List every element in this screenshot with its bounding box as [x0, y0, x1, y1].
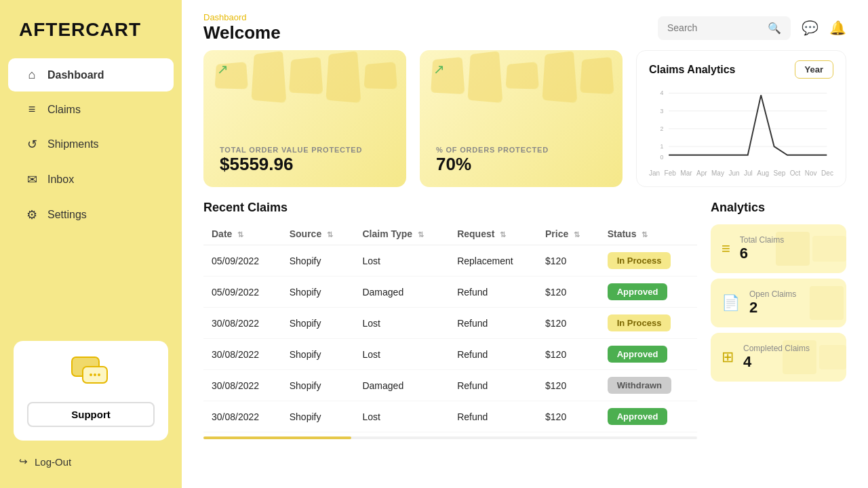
total-claims-value: 6	[740, 245, 784, 262]
analytics-title: Claims Analytics	[649, 64, 735, 76]
trend-up-icon: ↗	[217, 61, 229, 77]
table-row[interactable]: 30/08/2022 Shopify Lost Refund $120 In P…	[203, 308, 697, 339]
stat-label: % OF ORDERS PROTECTED	[436, 146, 606, 154]
box-shape	[289, 57, 323, 94]
chart-area: 4 3 2 1 0	[649, 85, 833, 167]
cell-request: Refund	[449, 401, 537, 432]
col-request: Request ⇅	[449, 223, 537, 245]
search-input[interactable]	[667, 22, 762, 33]
cell-claim-type: Damaged	[354, 370, 449, 401]
header-left: Dashbaord Welcome	[203, 12, 281, 43]
total-claims-info: Total Claims 6	[740, 235, 784, 262]
table-row[interactable]: 30/08/2022 Shopify Lost Refund $120 Appr…	[203, 339, 697, 370]
svg-point-2	[90, 373, 92, 376]
cell-claim-type: Lost	[354, 401, 449, 432]
stat-value: $5559.96	[220, 154, 390, 175]
claims-icon: ≡	[24, 102, 39, 117]
col-claim-type: Claim Type ⇅	[354, 223, 449, 245]
stat-label: TOTAL ORDER VALUE PROTECTED	[220, 146, 390, 154]
completed-claims-card: ⊞ Completed Claims 4	[711, 333, 846, 382]
breadcrumb: Dashbaord	[203, 12, 281, 22]
main-content: Dashbaord Welcome 🔍 💬 🔔	[182, 0, 868, 488]
logout-button[interactable]: ↪ Log-Out	[0, 447, 182, 476]
claims-section: Recent Claims Date ⇅ Source ⇅ Claim Type…	[203, 201, 697, 477]
search-box[interactable]: 🔍	[658, 16, 791, 40]
table-row[interactable]: 05/09/2022 Shopify Lost Replacement $120…	[203, 245, 697, 277]
year-filter-button[interactable]: Year	[795, 60, 833, 79]
claims-table-body: 05/09/2022 Shopify Lost Replacement $120…	[203, 245, 697, 432]
table-row[interactable]: 05/09/2022 Shopify Damaged Refund $120 A…	[203, 277, 697, 308]
dashboard-icon: ⌂	[24, 68, 39, 82]
table-row[interactable]: 30/08/2022 Shopify Damaged Refund $120 W…	[203, 370, 697, 401]
col-date: Date ⇅	[203, 223, 281, 245]
sidebar-item-shipments[interactable]: ↺ Shipments	[8, 127, 174, 161]
svg-text:4: 4	[660, 89, 664, 96]
cell-request: Replacement	[449, 245, 537, 277]
order-value-card: ↗ TOTAL ORDER VALUE PROTECTED $5559.96	[203, 50, 406, 187]
cell-date: 30/08/2022	[203, 401, 281, 432]
total-claims-card: ≡ Total Claims 6	[711, 224, 846, 273]
sidebar-item-claims[interactable]: ≡ Claims	[8, 93, 174, 126]
open-claims-value: 2	[749, 299, 796, 317]
cell-status: Approved	[599, 277, 697, 308]
support-button[interactable]: Support	[27, 402, 155, 427]
cell-source: Shopify	[281, 401, 355, 432]
cell-price: $120	[537, 339, 599, 370]
settings-icon: ⚙	[24, 207, 39, 222]
completed-claims-label: Completed Claims	[743, 344, 810, 353]
sidebar-item-dashboard[interactable]: ⌂ Dashboard	[8, 58, 174, 92]
claims-table-header: Date ⇅ Source ⇅ Claim Type ⇅ Request ⇅ P…	[203, 223, 697, 245]
cell-source: Shopify	[281, 308, 355, 339]
cell-date: 30/08/2022	[203, 308, 281, 339]
sidebar-item-label: Claims	[47, 104, 81, 116]
status-badge: Approved	[608, 283, 668, 300]
shipments-icon: ↺	[24, 137, 39, 152]
table-row[interactable]: 30/08/2022 Shopify Lost Refund $120 Appr…	[203, 401, 697, 432]
cell-claim-type: Lost	[354, 245, 449, 277]
cell-request: Refund	[449, 370, 537, 401]
cell-date: 05/09/2022	[203, 277, 281, 308]
box-shape	[251, 51, 286, 103]
cell-status: Approved	[599, 401, 697, 432]
logout-label: Log-Out	[35, 456, 71, 468]
cell-price: $120	[537, 370, 599, 401]
orders-pct-card: ↗ % OF ORDERS PROTECTED 70%	[420, 50, 623, 187]
box-shape	[326, 51, 361, 103]
nav: ⌂ Dashboard ≡ Claims ↺ Shipments ✉ Inbox…	[0, 57, 182, 233]
cell-status: In Process	[599, 308, 697, 339]
page-header: Dashbaord Welcome 🔍 💬 🔔	[182, 0, 868, 50]
stats-row: ↗ TOTAL ORDER VALUE PROTECTED $5559.96 ↗…	[203, 50, 846, 187]
total-claims-icon: ≡	[722, 240, 730, 258]
box-shape	[364, 62, 397, 89]
cell-price: $120	[537, 245, 599, 277]
content-area: ↗ TOTAL ORDER VALUE PROTECTED $5559.96 ↗…	[182, 50, 868, 488]
scrollbar-thumb[interactable]	[203, 436, 351, 439]
cell-date: 30/08/2022	[203, 339, 281, 370]
completed-claims-icon: ⊞	[722, 348, 734, 366]
right-analytics: Analytics ≡ Total Claims 6 📄 Open C	[711, 201, 846, 477]
cell-status: In Process	[599, 245, 697, 277]
sidebar-item-label: Shipments	[47, 138, 99, 150]
cell-date: 30/08/2022	[203, 370, 281, 401]
sidebar-item-inbox[interactable]: ✉ Inbox	[8, 163, 174, 197]
open-claims-card: 📄 Open Claims 2	[711, 279, 846, 327]
messages-icon[interactable]: 💬	[802, 20, 818, 36]
sidebar-item-label: Settings	[47, 209, 87, 221]
cell-request: Refund	[449, 277, 537, 308]
sidebar-item-settings[interactable]: ⚙ Settings	[8, 198, 174, 232]
cell-source: Shopify	[281, 245, 355, 277]
search-icon: 🔍	[768, 22, 781, 35]
svg-point-4	[98, 373, 100, 376]
logout-icon: ↪	[19, 455, 28, 468]
box-shape	[506, 62, 539, 89]
notifications-icon[interactable]: 🔔	[829, 20, 846, 36]
status-badge: Withdrawn	[608, 377, 671, 394]
svg-text:0: 0	[660, 154, 664, 161]
cell-source: Shopify	[281, 370, 355, 401]
svg-text:3: 3	[660, 108, 664, 115]
status-badge: Approved	[608, 346, 668, 363]
svg-point-3	[94, 373, 96, 376]
cell-claim-type: Damaged	[354, 277, 449, 308]
completed-claims-info: Completed Claims 4	[743, 344, 810, 371]
right-analytics-title: Analytics	[711, 201, 846, 215]
